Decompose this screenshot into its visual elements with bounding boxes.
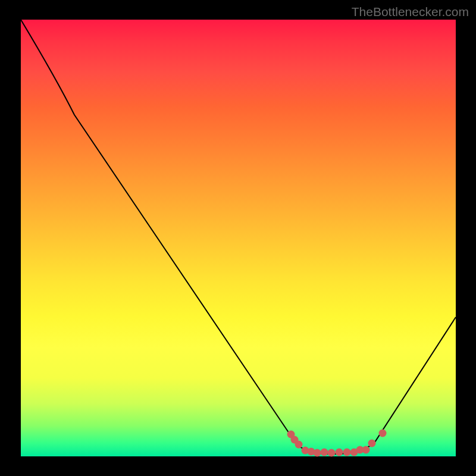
chart-container: TheBottlenecker.com xyxy=(0,0,476,476)
chart-data-dots xyxy=(21,20,456,456)
data-dot xyxy=(328,449,336,457)
data-dot xyxy=(368,440,376,447)
data-dot xyxy=(295,441,303,449)
data-dot xyxy=(314,449,321,457)
data-dot xyxy=(336,449,343,456)
data-dot xyxy=(362,446,370,454)
data-dot xyxy=(379,430,387,437)
watermark-text: TheBottlenecker.com xyxy=(352,5,469,19)
